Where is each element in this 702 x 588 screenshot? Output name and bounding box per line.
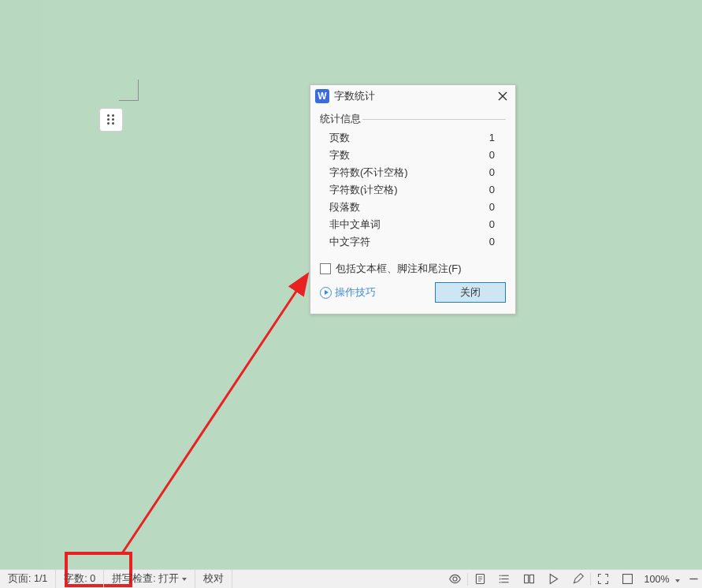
stat-row: 段落数 0 — [329, 199, 500, 216]
play-circle-icon — [320, 287, 332, 299]
spellcheck-label: 拼写检查: 打开 — [112, 572, 179, 586]
dialog-close-action-button[interactable]: 关闭 — [435, 282, 506, 303]
operation-tips-link[interactable]: 操作技巧 — [320, 285, 376, 300]
view-eye-button[interactable] — [443, 570, 467, 589]
stat-value: 0 — [489, 147, 500, 164]
stat-row: 字数 0 — [329, 147, 500, 164]
stat-row: 页数 1 — [329, 129, 500, 147]
stat-value: 0 — [489, 233, 500, 251]
fit-screen-icon — [596, 572, 610, 586]
status-word-count[interactable]: 字数: 0 — [56, 570, 104, 588]
fullscreen-button[interactable] — [615, 570, 640, 589]
page-icon — [474, 572, 487, 586]
zoom-fit-button[interactable] — [591, 570, 615, 589]
eye-icon — [448, 572, 462, 586]
dialog-title-text: 字数统计 — [334, 89, 495, 103]
stats-frame: 页数 1 字数 0 字符数(不计空格) 0 字符数(计空格) 0 段落数 0 非… — [320, 119, 506, 259]
svg-rect-14 — [529, 575, 533, 582]
stat-label: 页数 — [329, 129, 350, 147]
view-outline-button[interactable] — [492, 570, 517, 589]
stat-row: 字符数(不计空格) 0 — [329, 164, 500, 181]
svg-rect-15 — [622, 575, 632, 584]
checkbox-icon[interactable] — [320, 263, 331, 274]
stats-section-label: 统计信息 — [318, 113, 362, 125]
columns-icon — [522, 572, 536, 586]
stat-value: 1 — [489, 129, 500, 147]
stat-row: 字符数(计空格) 0 — [329, 181, 500, 199]
edit-pencil-button[interactable] — [566, 570, 590, 589]
stat-row: 中文字符 0 — [329, 233, 500, 251]
minus-icon — [687, 572, 700, 586]
stat-label: 中文字符 — [329, 233, 370, 251]
svg-point-12 — [499, 582, 500, 583]
tips-link-text: 操作技巧 — [335, 285, 376, 300]
close-button-text: 关闭 — [460, 285, 481, 300]
chevron-down-icon — [182, 578, 187, 581]
statusbar-right: 100% — [443, 570, 702, 588]
dialog-titlebar[interactable]: W 字数统计 — [310, 85, 515, 107]
zoom-level[interactable]: 100% — [640, 574, 685, 585]
stat-row: 非中文单词 0 — [329, 216, 500, 233]
stat-value: 0 — [489, 216, 500, 233]
dialog-close-button[interactable] — [495, 88, 511, 104]
svg-point-10 — [499, 575, 500, 576]
expand-icon — [621, 572, 634, 586]
drag-dots-icon — [107, 114, 115, 126]
zoom-value: 100% — [644, 574, 670, 585]
stats-section: 统计信息 页数 1 字数 0 字符数(不计空格) 0 字符数(计空格) 0 段落… — [320, 112, 506, 259]
close-icon — [498, 91, 507, 101]
chevron-down-icon — [675, 579, 680, 582]
svg-point-11 — [499, 579, 500, 580]
status-page-indicator[interactable]: 页面: 1/1 — [0, 570, 56, 588]
statusbar-left: 页面: 1/1 字数: 0 拼写检查: 打开 校对 — [0, 570, 232, 588]
page-margin-guide-h — [119, 100, 139, 101]
stat-label: 字符数(计空格) — [329, 181, 398, 199]
stat-value: 0 — [489, 181, 500, 199]
pencil-icon — [571, 572, 585, 586]
stat-label: 非中文单词 — [329, 216, 381, 233]
zoom-out-button[interactable] — [685, 570, 702, 589]
svg-rect-13 — [524, 575, 528, 582]
word-count-dialog: W 字数统计 统计信息 页数 1 字数 0 字符数(不计空格) 0 — [310, 84, 516, 314]
app-w-icon: W — [315, 89, 329, 103]
view-page-layout-button[interactable] — [468, 570, 492, 589]
stat-label: 字符数(不计空格) — [329, 164, 408, 181]
status-proof[interactable]: 校对 — [195, 570, 232, 588]
stat-label: 字数 — [329, 147, 350, 164]
include-textbox-checkbox-row[interactable]: 包括文本框、脚注和尾注(F) — [320, 262, 506, 276]
outline-list-icon — [498, 572, 511, 586]
status-spellcheck[interactable]: 拼写检查: 打开 — [104, 570, 195, 588]
play-icon — [547, 572, 560, 586]
stat-label: 段落数 — [329, 199, 360, 216]
paragraph-grip-handle[interactable] — [99, 108, 123, 132]
checkbox-label: 包括文本框、脚注和尾注(F) — [336, 262, 462, 276]
stat-value: 0 — [489, 164, 500, 181]
statusbar: 页面: 1/1 字数: 0 拼写检查: 打开 校对 — [0, 569, 702, 588]
stat-value: 0 — [489, 199, 500, 216]
play-slideshow-button[interactable] — [541, 570, 566, 589]
reading-mode-button[interactable] — [517, 570, 541, 589]
page-margin-guide-v — [138, 80, 139, 100]
dialog-footer: 操作技巧 关闭 — [320, 282, 506, 303]
